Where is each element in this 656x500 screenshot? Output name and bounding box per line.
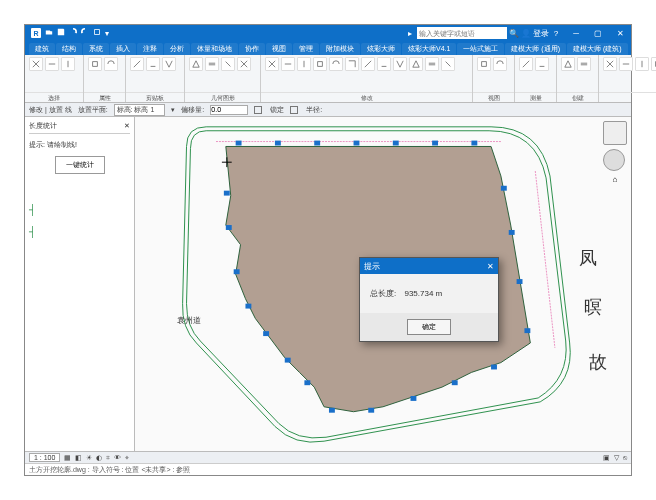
chain-label: 锁定 [270,105,284,115]
reveal-hidden-icon[interactable]: ⌖ [125,454,129,462]
ribbon-button[interactable] [297,57,311,71]
ribbon-button[interactable] [619,57,633,71]
ribbon-tab[interactable]: 结构 [56,43,82,55]
status-bar: 土方开挖轮廓.dwg : 导入符号 : 位置 <未共享> : 参照 [25,463,631,475]
radius-checkbox[interactable] [290,106,298,114]
login-link[interactable]: 登录 [533,28,549,39]
ribbon-button[interactable] [477,57,491,71]
ribbon-tab[interactable]: 管理 [293,43,319,55]
sun-path-icon[interactable]: ☀ [86,454,92,462]
ribbon-tab[interactable]: 体量和场地 [191,43,238,55]
ribbon-button[interactable] [162,57,176,71]
qat-save-icon[interactable] [57,28,65,38]
visual-style-icon[interactable]: ◧ [75,454,82,462]
ribbon-button[interactable] [189,57,203,71]
dialog-ok-button[interactable]: 确定 [407,319,451,335]
view-cube[interactable] [603,121,627,145]
ribbon-button[interactable] [441,57,455,71]
link-icon[interactable]: ⎋ [623,454,627,461]
detail-level-icon[interactable]: ▦ [64,454,71,462]
ribbon-button[interactable] [88,57,102,71]
dialog-close-icon[interactable]: ✕ [487,262,494,271]
ribbon-button[interactable] [265,57,279,71]
maximize-button[interactable]: ▢ [587,25,609,41]
scale-selector[interactable]: 1 : 100 [29,453,60,462]
ribbon-button[interactable] [221,57,235,71]
ribbon-tab[interactable]: 炫彩大师 [361,43,401,55]
ribbon-button[interactable] [377,57,391,71]
nav-home-icon[interactable]: ⌂ [603,175,627,184]
ribbon-tab[interactable]: 一站式施工 [457,43,504,55]
shadows-icon[interactable]: ◐ [96,454,102,462]
steering-wheel[interactable] [603,149,625,171]
qat-print-icon[interactable] [93,28,101,38]
svg-text:故: 故 [589,352,607,372]
quick-access-toolbar: R ▾ [25,28,115,38]
ribbon-tab[interactable]: 建筑 [29,43,55,55]
selection-toggle-icon[interactable]: ▣ [603,454,610,462]
ribbon-button[interactable] [146,57,160,71]
ribbon-tabs: 建筑结构系统插入注释分析体量和场地协作视图管理附加模块炫彩大师炫彩大师V4.1一… [25,41,631,55]
ribbon-tab[interactable]: 附加模块 [320,43,360,55]
svg-rect-23 [224,191,230,196]
search-dropdown-icon[interactable]: ▸ [405,28,415,38]
ribbon-button[interactable] [104,57,118,71]
qat-open-icon[interactable] [45,28,53,38]
ribbon-tab[interactable]: 协作 [239,43,265,55]
ribbon-tab[interactable]: 炫彩大师V4.1 [402,43,456,55]
drawing-canvas[interactable]: 凤 暝 故 袁州道 ⌂ 提示 ✕ [135,117,631,451]
ribbon-panel-label: 选择 [25,92,83,102]
svg-rect-7 [471,141,477,146]
ribbon-button[interactable] [205,57,219,71]
plane-dropdown-icon[interactable]: ▾ [171,106,175,114]
ribbon-button[interactable] [345,57,359,71]
search-input[interactable] [417,27,507,39]
ribbon-panel: 几何图形 [185,55,261,102]
ribbon-button[interactable] [561,57,575,71]
ribbon-tab[interactable]: 系统 [83,43,109,55]
ribbon-button[interactable] [361,57,375,71]
ribbon-button[interactable] [603,57,617,71]
ribbon-tab[interactable]: 建模大师 (通用) [505,43,566,55]
ribbon-button[interactable] [237,57,251,71]
qat-undo-icon[interactable] [69,28,77,38]
user-icon[interactable]: 👤 [521,28,531,38]
ribbon-button[interactable] [535,57,549,71]
ribbon-button[interactable] [651,57,656,71]
qat-redo-icon[interactable] [81,28,89,38]
chain-checkbox[interactable] [254,106,262,114]
ribbon-button[interactable] [425,57,439,71]
search-icon[interactable]: 🔍 [509,28,519,38]
ribbon-button[interactable] [61,57,75,71]
ribbon-button[interactable] [393,57,407,71]
ribbon-button[interactable] [45,57,59,71]
ribbon-button[interactable] [493,57,507,71]
left-panel-close-icon[interactable]: ✕ [124,122,130,130]
ribbon-button[interactable] [329,57,343,71]
ribbon-button[interactable] [409,57,423,71]
help-icon[interactable]: ? [551,28,561,38]
ribbon-tab[interactable]: 分析 [164,43,190,55]
ribbon-tab[interactable]: 视图 [266,43,292,55]
filter-icon[interactable]: ▽ [614,454,619,462]
crop-icon[interactable]: ⌗ [106,454,110,462]
ribbon-button[interactable] [130,57,144,71]
one-click-stats-button[interactable]: 一键统计 [55,156,105,174]
offset-input[interactable] [210,105,248,115]
ribbon-tab[interactable]: 插入 [110,43,136,55]
svg-rect-17 [304,380,310,385]
ribbon-tab[interactable]: 建模大师 (建筑) [567,43,628,55]
svg-rect-0 [95,30,100,35]
ribbon-button[interactable] [313,57,327,71]
ribbon-button[interactable] [635,57,649,71]
qat-dropdown-icon[interactable]: ▾ [105,29,109,38]
ribbon-button[interactable] [281,57,295,71]
close-button[interactable]: ✕ [609,25,631,41]
plane-dropdown[interactable]: 标高: 标高 1 [114,104,166,116]
ribbon-button[interactable] [29,57,43,71]
ribbon-button[interactable] [519,57,533,71]
ribbon-button[interactable] [577,57,591,71]
minimize-button[interactable]: ─ [565,25,587,41]
ribbon-tab[interactable]: 注释 [137,43,163,55]
hide-isolate-icon[interactable]: 👁 [114,454,121,461]
